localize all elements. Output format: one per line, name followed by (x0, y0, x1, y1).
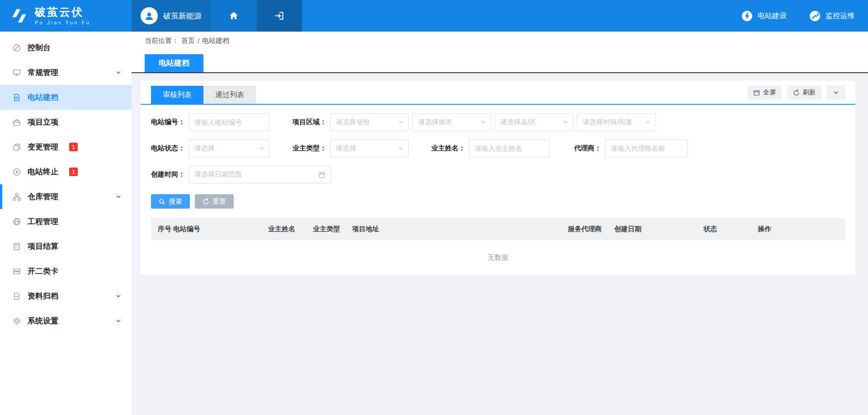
logout-button[interactable] (257, 0, 302, 32)
th-service-agent: 服务代理商 (568, 225, 614, 233)
content-panel: 审核列表 通过列表 全屏 (141, 81, 855, 275)
dashboard-icon (12, 43, 21, 52)
page-tab-station-archive[interactable]: 电站建档 (145, 54, 203, 72)
active-indicator-bar (0, 184, 2, 209)
sidebar-item-station-termination[interactable]: 电站终止 1 (0, 159, 132, 184)
calculator-icon (12, 242, 21, 251)
avatar (141, 7, 158, 24)
city-select[interactable]: 请选择城市 (412, 113, 491, 131)
sidebar-item-dashboard[interactable]: 控制台 (0, 35, 132, 60)
sidebar-item-open-type2-card[interactable]: 开二类卡 (0, 259, 132, 284)
panel-tabs-row: 审核列表 通过列表 全屏 (141, 81, 855, 105)
sidebar-item-project-initiation[interactable]: 项目立项 (0, 110, 132, 135)
search-icon (159, 198, 165, 205)
sidebar-item-label: 仓库管理 (28, 191, 58, 202)
tab-review-list[interactable]: 审核列表 (151, 86, 203, 104)
copy-icon (12, 143, 21, 152)
logo-icon (10, 7, 29, 24)
exit-icon (274, 10, 285, 21)
breadcrumb-current: 电站建档 (202, 37, 229, 45)
sidebar-item-label: 资料归档 (28, 291, 58, 301)
sidebar-item-label: 常规管理 (28, 67, 58, 78)
company-name: 破茧新能源 (163, 11, 202, 21)
chevron-down-icon (398, 120, 404, 125)
top-header: 破茧云伏 Po Jian Yun Fu 破茧新能源 (0, 0, 868, 32)
th-station-no: 电站编号 (173, 225, 268, 233)
breadcrumb-home-link[interactable]: 首页 (181, 37, 195, 45)
nav-label: 监控运维 (826, 11, 854, 21)
create-time-label: 创建时间： (151, 170, 185, 179)
sidebar-item-engineering-mgmt[interactable]: 工程管理 (0, 209, 132, 234)
filter-row-2: 电站状态： 请选择 业主类型： 请选择 (151, 140, 845, 157)
station-no-label: 电站编号： (151, 118, 185, 126)
sitemap-icon (12, 192, 21, 201)
sidebar-item-label: 电站建档 (28, 92, 58, 103)
logo[interactable]: 破茧云伏 Po Jian Yun Fu (0, 0, 132, 32)
refresh-button[interactable]: 刷新 (787, 85, 821, 100)
nav-label: 电站建设 (758, 11, 787, 21)
app-root: 破茧云伏 Po Jian Yun Fu 破茧新能源 (0, 0, 868, 415)
sidebar-item-general-mgmt[interactable]: 常规管理 (0, 60, 132, 85)
station-status-select[interactable]: 请选择 (189, 140, 269, 157)
agent-label: 代理商： (574, 144, 601, 153)
app-shell: 控制台 常规管理 电站建档 (0, 32, 868, 415)
station-no-input[interactable] (189, 113, 269, 131)
filter-row-1: 电站编号： 项目区域： 请选择省份 请选择城市 (151, 113, 845, 131)
chevron-down-icon (481, 120, 486, 125)
nav-station-construction[interactable]: 电站建设 (741, 0, 787, 32)
sidebar-item-change-mgmt[interactable]: 变更管理 1 (0, 135, 132, 159)
tab-approved-list[interactable]: 通过列表 (203, 86, 256, 104)
th-status: 状态 (703, 225, 758, 233)
user-menu[interactable]: 破茧新能源 (132, 0, 211, 32)
date-range-picker[interactable]: 请选择日期范围 (189, 166, 331, 183)
collapse-panel-button[interactable] (827, 85, 845, 100)
sidebar-item-label: 系统设置 (28, 316, 58, 326)
town-select[interactable]: 请选择村镇/街道 (577, 113, 656, 131)
sidebar-item-label: 控制台 (28, 42, 51, 53)
sidebar-item-project-settlement[interactable]: 项目结算 (0, 234, 132, 259)
refresh-label: 刷新 (803, 89, 816, 97)
filter-form: 电站编号： 项目区域： 请选择省份 请选择城市 (141, 113, 855, 183)
district-select[interactable]: 请选择县/区 (495, 113, 573, 131)
chevron-down-icon (563, 120, 568, 125)
archive-icon (12, 292, 21, 301)
monitor-icon (12, 68, 21, 77)
chevron-down-icon (115, 194, 122, 200)
logo-title: 破茧云伏 (35, 6, 90, 18)
reset-icon (203, 198, 209, 205)
chevron-down-icon (259, 146, 264, 151)
nav-monitoring-ops[interactable]: 监控运维 (809, 0, 854, 32)
stop-circle-icon (12, 168, 21, 177)
main-content: 当前位置： 首页 / 电站建档 电站建档 审核列表 通过列表 (132, 32, 868, 415)
sidebar-item-system-settings[interactable]: 系统设置 (0, 308, 132, 333)
page-tab-bar: 电站建档 (132, 50, 868, 73)
fullscreen-button[interactable]: 全屏 (747, 85, 782, 100)
owner-type-select[interactable]: 请选择 (330, 140, 409, 157)
search-button[interactable]: 搜索 (151, 194, 190, 209)
chevron-down-icon (645, 120, 651, 125)
province-select[interactable]: 请选择省份 (330, 113, 409, 131)
wrench-circle-icon (809, 10, 821, 22)
logo-subtitle: Po Jian Yun Fu (35, 20, 90, 25)
sidebar-item-warehouse-mgmt[interactable]: 仓库管理 (0, 184, 132, 209)
home-button[interactable] (211, 0, 257, 32)
sidebar-item-data-archive[interactable]: 资料归档 (0, 284, 132, 308)
sidebar-item-label: 项目结算 (28, 241, 58, 252)
home-icon (228, 10, 239, 21)
sidebar-item-station-archive[interactable]: 电站建档 (0, 85, 132, 110)
agent-input[interactable] (605, 140, 688, 157)
lightning-circle-icon (741, 10, 753, 22)
filter-row-3: 创建时间： 请选择日期范围 (151, 166, 845, 183)
chevron-down-icon (115, 293, 122, 299)
owner-name-input[interactable] (469, 140, 550, 157)
th-project-address: 项目地址 (352, 225, 568, 233)
breadcrumb: 当前位置： 首页 / 电站建档 (132, 32, 868, 50)
sidebar-item-label: 项目立项 (28, 117, 58, 127)
reset-button[interactable]: 重置 (195, 194, 234, 209)
search-label: 搜索 (169, 197, 182, 206)
th-create-date: 创建日期 (614, 225, 703, 233)
th-actions: 操作 (758, 225, 845, 233)
filter-actions: 搜索 重置 (151, 194, 855, 209)
globe-icon (12, 217, 21, 226)
calendar-icon (318, 171, 326, 178)
